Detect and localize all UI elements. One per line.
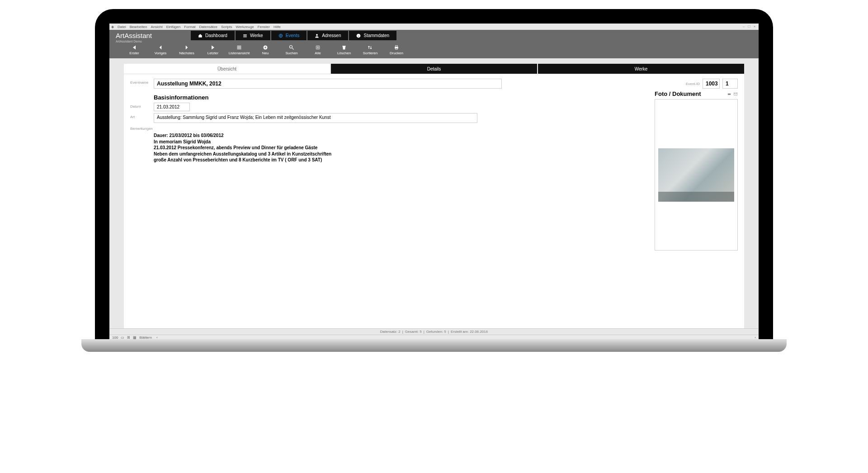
tool-next-label: Nächstes [179,51,194,55]
svg-point-5 [290,45,292,48]
bem-line: 21.03.2012 Pressekonferenz, abends Previ… [154,145,649,151]
globe-icon [278,33,283,38]
window-minimize-icon[interactable]: – [741,24,746,29]
tool-last[interactable]: Letzter [200,41,226,58]
input-eventid[interactable]: 1003 [703,79,720,89]
print-small-icon[interactable] [727,92,731,96]
arrow-last-icon [210,45,216,50]
info-icon: i [356,33,361,38]
menubar: ◈ Datei Bearbeiten Ansicht Einfügen Form… [109,24,759,30]
nav-adressen-label: Adressen [322,33,341,38]
nav-werke[interactable]: Werke [236,31,270,40]
status-gesamt: Gesamt: 5 [405,330,422,334]
menu-bearbeiten[interactable]: Bearbeiten [130,25,147,29]
menu-hilfe[interactable]: Hilfe [274,25,281,29]
bem-line: In memoriam Sigrid Wojda [154,139,649,145]
tool-delete[interactable]: Löschen [331,41,357,58]
tab-uebersicht[interactable]: Übersicht [124,64,330,74]
svg-rect-10 [728,93,731,95]
chevron-left-icon [158,45,163,50]
tool-listview-label: Listenansicht [229,51,250,55]
section-foto: Foto / Dokument [655,90,701,97]
nav-werke-label: Werke [250,33,263,38]
input-art[interactable]: Ausstellung: Sammlung Sigrid und Franz W… [154,113,477,123]
home-icon [198,33,203,38]
app-icon: ◈ [111,25,114,29]
tool-all[interactable]: Alle [305,41,331,58]
toolbar: Erster Voriges Nächstes Letzter Listenan… [109,41,759,58]
user-icon [315,33,319,38]
tool-search-label: Suchen [285,51,297,55]
tool-prev[interactable]: Voriges [147,41,174,58]
tab-details[interactable]: Details [331,64,537,74]
bem-line: Dauer: 21/03/2012 bis 03/06/2012 [154,132,649,139]
search-icon [289,45,294,50]
list-icon [243,33,247,38]
statusbar: Datensatz: 2| Gesamt: 5| Gefunden: 5| Er… [109,328,759,335]
brand-sub: ArtAssistant Demo [116,40,142,43]
tool-delete-label: Löschen [337,51,351,55]
tool-print[interactable]: Drucken [383,41,410,58]
tool-first[interactable]: Erster [121,41,147,58]
menu-format[interactable]: Format [184,25,195,29]
menu-einfuegen[interactable]: Einfügen [166,25,181,29]
tool-last-label: Letzter [208,51,218,55]
nav-dashboard-label: Dashboard [205,33,227,38]
print-icon [394,45,399,50]
nav-events-label: Events [286,33,300,38]
tool-print-label: Drucken [390,51,403,55]
photo-box[interactable] [655,99,738,251]
menu-fenster[interactable]: Fenster [258,25,270,29]
nav-stammdaten-label: Stammdaten [363,33,389,38]
status-gefunden: Gefunden: 5 [426,330,446,334]
nav-stammdaten[interactable]: i Stammdaten [349,31,396,40]
bem-line: Neben dem umfangreichen Ausstellungskata… [154,151,649,157]
tool-sort-label: Sortieren [363,51,377,55]
input-eventname[interactable]: Ausstellung MMKK, 2012 [154,79,502,89]
svg-text:i: i [359,34,359,37]
tool-next[interactable]: Nächstes [174,41,200,58]
arrow-first-icon [132,45,137,50]
status-datensatz: Datensatz: 2 [380,330,401,334]
mail-icon[interactable] [733,92,738,96]
tool-all-label: Alle [315,51,321,55]
menu-datensaetze[interactable]: Datensätze [199,25,217,29]
window-maximize-icon[interactable]: □ [747,24,751,29]
bem-line: große Anzahl von Presseberichten und 8 K… [154,157,649,163]
label-bemerkungen: Bemerkungen [130,125,154,131]
menu-datei[interactable]: Datei [118,25,126,29]
input-eventid2[interactable]: 1 [722,79,738,89]
trash-icon [341,45,347,50]
tool-search[interactable]: Suchen [278,41,305,58]
tool-sort[interactable]: Sortieren [357,41,383,58]
tool-new[interactable]: Neu [252,41,278,58]
chevron-right-icon [184,45,189,50]
tool-new-label: Neu [262,51,269,55]
nav-adressen[interactable]: Adressen [307,31,348,40]
menu-scripts[interactable]: Scripts [221,25,232,29]
brand-name: ArtAssistant [109,32,191,39]
section-basis: Basisinformationen [154,94,649,101]
input-datum[interactable]: 21.03.2012 [154,103,190,111]
tabs: Übersicht Details Werke [124,64,744,74]
label-eventname: Eventname [130,79,154,85]
menu-ansicht[interactable]: Ansicht [151,25,162,29]
plus-circle-icon [263,45,268,50]
svg-point-1 [316,34,318,36]
nav-events[interactable]: Events [271,31,307,40]
event-photo [658,148,734,202]
nav-dashboard[interactable]: Dashboard [191,31,235,40]
window-close-icon[interactable]: × [752,24,757,29]
menu-werkzeuge[interactable]: Werkzeuge [236,25,254,29]
form-area: Eventname Ausstellung MMKK, 2012 Event-I… [124,74,744,328]
tool-prev-label: Voriges [155,51,167,55]
label-eventid: Event-ID [686,82,700,86]
label-art: Art [130,113,154,119]
bemerkungen-text[interactable]: Dauer: 21/03/2012 bis 03/06/2012 In memo… [154,132,649,163]
stack-icon [315,45,321,50]
sort-icon [368,45,373,50]
tab-werke[interactable]: Werke [538,64,744,74]
status-erstellt: Erstellt am: 22.06.2016 [451,330,488,334]
tool-listview[interactable]: Listenansicht [226,41,252,58]
listview-icon [236,45,242,50]
